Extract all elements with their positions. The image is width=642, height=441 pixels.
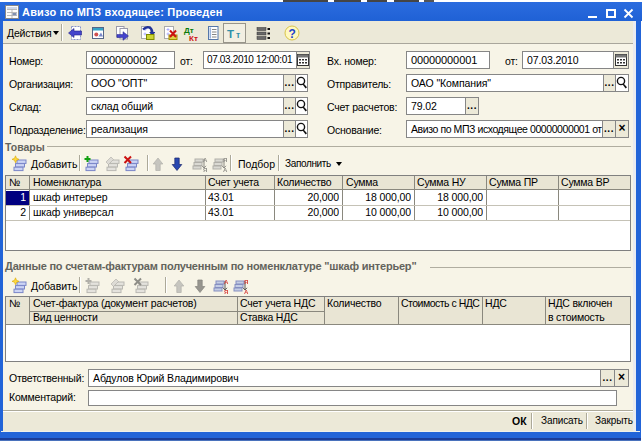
svg-text:А: А <box>244 289 249 295</box>
svg-text:Я: Я <box>224 289 228 295</box>
svg-text:Т: Т <box>227 28 234 40</box>
svg-text:?: ? <box>289 27 296 41</box>
svg-text:Я: Я <box>223 157 227 163</box>
svg-text:Кт: Кт <box>189 34 198 42</box>
svg-text:А: А <box>203 157 208 163</box>
svg-text:т: т <box>236 30 240 40</box>
svg-text:А: А <box>224 279 229 285</box>
svg-text:А: А <box>223 167 228 173</box>
svg-text:Я: Я <box>203 167 207 173</box>
svg-text:Я: Я <box>244 279 248 285</box>
